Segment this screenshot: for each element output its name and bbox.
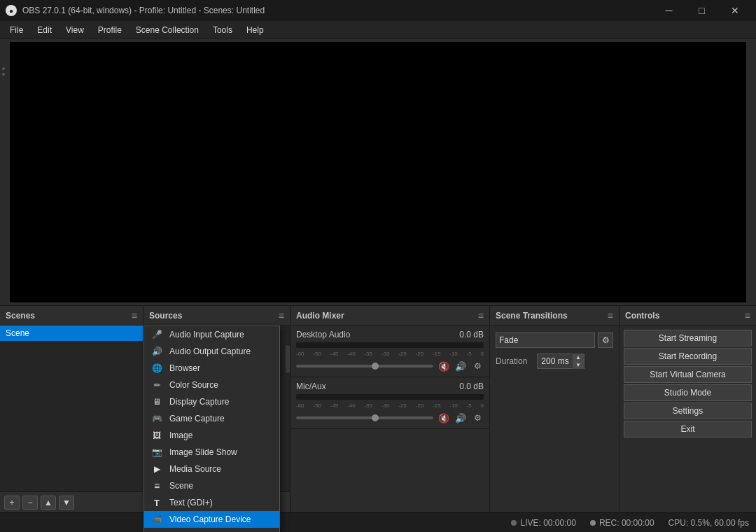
desktop-audio-gear[interactable]: ⚙ xyxy=(471,360,484,372)
ctx-media-source-label: Media Source xyxy=(169,464,221,474)
mic-aux-gear[interactable]: ⚙ xyxy=(471,412,484,424)
transitions-title: Scene Transitions xyxy=(496,311,568,321)
scenes-remove-button[interactable]: − xyxy=(22,496,38,510)
ctx-display-capture[interactable]: 🖥 Display Capture xyxy=(144,393,279,410)
minimize-button[interactable]: ─ xyxy=(653,0,685,21)
preview-container xyxy=(0,39,756,305)
audio-mixer-title: Audio Mixer xyxy=(296,311,344,321)
ctx-display-capture-label: Display Capture xyxy=(169,397,229,407)
mic-aux-unmute[interactable]: 🔊 xyxy=(454,412,467,424)
audio-output-icon: 🔊 xyxy=(151,346,162,357)
desktop-audio-controls: 🔇 🔊 ⚙ xyxy=(296,360,484,372)
preview-canvas[interactable] xyxy=(10,42,746,302)
scroll-handle[interactable] xyxy=(286,345,290,373)
ctx-browser[interactable]: 🌐 Browser xyxy=(144,360,279,377)
ctx-image-label: Image xyxy=(169,430,192,440)
ctx-audio-input[interactable]: 🎤 Audio Input Capture xyxy=(144,326,279,343)
titlebar-controls: ─ □ ✕ xyxy=(653,0,750,21)
ctx-color-source-label: Color Source xyxy=(169,380,218,390)
scenes-up-button[interactable]: ▲ xyxy=(41,496,56,510)
scenes-down-button[interactable]: ▼ xyxy=(59,496,74,510)
mic-aux-controls: 🔇 🔊 ⚙ xyxy=(296,412,484,424)
desktop-audio-db: 0.0 dB xyxy=(459,330,484,340)
ctx-video-capture[interactable]: 📹 Video Capture Device xyxy=(144,511,279,528)
live-dot xyxy=(511,520,517,526)
main: Scenes ≡ Scene + − ▲ ▼ Sources ≡ No sour… xyxy=(0,39,756,512)
titlebar-title: OBS 27.0.1 (64-bit, windows) - Profile: … xyxy=(22,6,265,15)
mic-aux-header: Mic/Aux 0.0 dB xyxy=(296,382,484,391)
ctx-image[interactable]: 🖼 Image xyxy=(144,427,279,444)
scenes-add-button[interactable]: + xyxy=(4,496,20,510)
text-gdi-icon: T xyxy=(151,497,162,508)
cpu-status: CPU: 0.5%, 60.00 fps xyxy=(668,518,749,528)
rec-label: REC: 00:00:00 xyxy=(599,518,654,528)
maximize-button[interactable]: □ xyxy=(686,0,718,21)
transitions-menu-icon[interactable]: ≡ xyxy=(608,310,613,321)
duration-down-button[interactable]: ▼ xyxy=(573,361,584,369)
right-strip xyxy=(749,39,756,305)
ctx-audio-input-label: Audio Input Capture xyxy=(169,330,244,340)
duration-input[interactable] xyxy=(538,356,573,366)
ctx-color-source[interactable]: ✏ Color Source xyxy=(144,377,279,393)
audio-mixer-menu-icon[interactable]: ≡ xyxy=(478,310,484,321)
ctx-scene[interactable]: ≡ Scene xyxy=(144,477,279,494)
ctx-media-source[interactable]: ▶ Media Source xyxy=(144,461,279,477)
ctx-text-gdi[interactable]: T Text (GDI+) xyxy=(144,494,279,511)
ctx-text-gdi-label: Text (GDI+) xyxy=(169,498,213,507)
mic-aux-meter xyxy=(296,394,484,400)
display-capture-icon: 🖥 xyxy=(151,396,162,407)
statusbar: LIVE: 00:00:00 REC: 00:00:00 CPU: 0.5%, … xyxy=(0,512,756,532)
scene-icon: ≡ xyxy=(151,480,162,491)
controls-menu-icon[interactable]: ≡ xyxy=(745,310,750,321)
menu-scene-collection[interactable]: Scene Collection xyxy=(129,23,206,37)
desktop-audio-slider[interactable] xyxy=(296,365,433,368)
mic-aux-slider[interactable] xyxy=(296,416,433,419)
menu-tools[interactable]: Tools xyxy=(206,23,239,37)
close-button[interactable]: ✕ xyxy=(719,0,750,21)
studio-mode-button[interactable]: Studio Mode xyxy=(624,384,752,401)
desktop-audio-unmute[interactable]: 🔊 xyxy=(454,360,467,372)
context-menu: 🎤 Audio Input Capture 🔊 Audio Output Cap… xyxy=(144,326,280,532)
audio-mixer-header: Audio Mixer ≡ xyxy=(290,306,489,326)
ctx-image-slideshow-label: Image Slide Show xyxy=(169,447,237,457)
scenes-panel-header: Scenes ≡ xyxy=(0,306,143,326)
ctx-scene-label: Scene xyxy=(169,481,193,491)
menubar: File Edit View Profile Scene Collection … xyxy=(0,21,756,39)
color-source-icon: ✏ xyxy=(151,379,162,391)
rec-dot xyxy=(590,520,596,526)
mic-aux-thumb[interactable] xyxy=(372,414,379,421)
start-recording-button[interactable]: Start Recording xyxy=(624,348,752,365)
menu-help[interactable]: Help xyxy=(239,23,271,37)
desktop-audio-header: Desktop Audio 0.0 dB xyxy=(296,330,484,340)
desktop-audio-channel: Desktop Audio 0.0 dB -60-50-45-40-35-30-… xyxy=(290,326,489,377)
desktop-audio-mute[interactable]: 🔇 xyxy=(438,360,450,372)
exit-button[interactable]: Exit xyxy=(624,421,752,438)
ctx-audio-output[interactable]: 🔊 Audio Output Capture xyxy=(144,343,279,360)
transitions-content: Fade ⚙ Duration ▲ ▼ xyxy=(490,326,619,376)
scenes-menu-icon[interactable]: ≡ xyxy=(132,310,137,321)
transitions-panel: Scene Transitions ≡ Fade ⚙ Duration ▲ xyxy=(490,306,620,512)
sources-menu-icon[interactable]: ≡ xyxy=(279,310,284,321)
transition-type-select[interactable]: Fade xyxy=(496,332,595,348)
duration-up-button[interactable]: ▲ xyxy=(573,354,584,361)
start-virtual-camera-button[interactable]: Start Virtual Camera xyxy=(624,366,752,383)
audio-mixer-panel: Audio Mixer ≡ Desktop Audio 0.0 dB xyxy=(290,306,490,512)
menu-view[interactable]: View xyxy=(59,23,91,37)
menu-edit[interactable]: Edit xyxy=(30,23,59,37)
mic-aux-mute[interactable]: 🔇 xyxy=(438,412,450,424)
sources-title: Sources xyxy=(149,311,182,321)
start-streaming-button[interactable]: Start Streaming xyxy=(624,330,752,346)
ctx-image-slideshow[interactable]: 📷 Image Slide Show xyxy=(144,444,279,461)
settings-button[interactable]: Settings xyxy=(624,402,752,419)
menu-file[interactable]: File xyxy=(3,23,30,37)
desktop-audio-name: Desktop Audio xyxy=(296,330,350,340)
scene-item-default[interactable]: Scene xyxy=(0,326,143,341)
ctx-game-capture[interactable]: 🎮 Game Capture xyxy=(144,410,279,427)
desktop-audio-thumb[interactable] xyxy=(372,363,379,370)
menu-profile[interactable]: Profile xyxy=(91,23,129,37)
scenes-panel: Scenes ≡ Scene + − ▲ ▼ xyxy=(0,306,144,512)
transition-gear-button[interactable]: ⚙ xyxy=(598,332,613,348)
ctx-window-capture[interactable]: □ Window Capture xyxy=(144,528,279,532)
image-icon: 🖼 xyxy=(151,430,162,441)
sources-panel-header: Sources ≡ xyxy=(144,306,290,326)
